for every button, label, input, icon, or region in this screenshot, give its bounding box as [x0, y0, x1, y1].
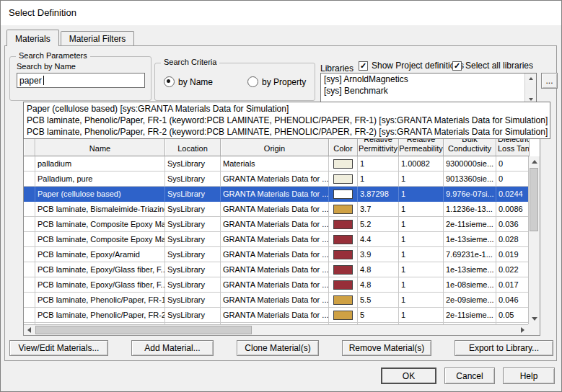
- materials-grid: NameLocationOriginColorRelativePermittiv…: [23, 124, 540, 336]
- browse-libraries-button[interactable]: ...: [541, 73, 558, 89]
- clone-materials-button[interactable]: Clone Material(s): [237, 340, 319, 356]
- select-definition-dialog: Select Definition Materials Material Fil…: [0, 0, 562, 392]
- search-by-name-label: Search by Name: [17, 62, 76, 71]
- cell-conductivity: 2e-11sieme...: [444, 308, 496, 323]
- scroll-down-icon[interactable]: [529, 313, 540, 324]
- cell-sel: [24, 187, 35, 202]
- search-by-name-input[interactable]: paper: [17, 73, 145, 88]
- table-row[interactable]: Palladium, pureSysLibraryGRANTA Material…: [24, 172, 528, 187]
- cell-permittivity: 5.5: [358, 293, 399, 308]
- table-row[interactable]: PCB laminate, Bismaleimide-TriazineSysLi…: [24, 202, 528, 217]
- color-cell: [329, 308, 358, 323]
- remove-materials-button[interactable]: Remove Material(s): [342, 340, 431, 356]
- cell-permeability: 1: [399, 277, 444, 293]
- select-all-libraries-checkbox[interactable]: Select all libraries: [452, 61, 533, 71]
- cell-sel: [24, 156, 35, 172]
- scroll-up-icon[interactable]: [529, 156, 540, 167]
- cell-permittivity: 4.4: [358, 232, 399, 247]
- ok-button[interactable]: OK: [381, 368, 436, 384]
- view-edit-materials-button[interactable]: View/Edit Materials...: [9, 340, 108, 356]
- radio-by-name[interactable]: by Name: [164, 76, 213, 87]
- table-row[interactable]: palladiumSysLibraryMaterials11.000829300…: [24, 156, 528, 172]
- radio-by-property-icon[interactable]: [247, 76, 258, 87]
- cell-loss: 0.0244: [496, 187, 528, 202]
- horizontal-scrollbar[interactable]: [24, 324, 528, 335]
- table-row[interactable]: Paper (cellulose based)SysLibraryGRANTA …: [24, 187, 528, 202]
- show-project-definitions-checkbox[interactable]: Show Project definitions: [359, 61, 464, 71]
- cell-name: PCB laminate, Composite Epoxy Ma...: [35, 217, 165, 232]
- cell-loss: 0.046: [496, 293, 528, 308]
- vertical-scrollbar-thumb[interactable]: [530, 168, 538, 231]
- libraries-list-scrollbar[interactable]: [524, 74, 536, 104]
- cell-location: SysLibrary: [165, 187, 221, 202]
- search-input-value: paper: [19, 76, 42, 86]
- vertical-scrollbar[interactable]: [528, 156, 540, 324]
- table-row[interactable]: PCB laminate, Epoxy/Glass fiber, F...Sys…: [24, 262, 528, 277]
- cell-permeability: 1: [399, 202, 444, 217]
- cell-conductivity: 1e-08sieme...: [444, 277, 496, 293]
- cell-loss: 0: [496, 156, 528, 172]
- cell-location: SysLibrary: [165, 293, 221, 308]
- color-swatch: [333, 159, 353, 169]
- cell-origin: GRANTA Materials Data for ...: [221, 262, 329, 277]
- cell-location: SysLibrary: [165, 156, 221, 172]
- library-item[interactable]: [sys] ArnoldMagnetics: [321, 74, 536, 85]
- suggestion-list[interactable]: Paper (cellulose based) [sys:GRANTA Mate…: [23, 102, 550, 139]
- search-criteria-label: Search Criteria: [161, 58, 219, 66]
- color-cell: [329, 232, 358, 247]
- select-all-libraries-checkbox-icon[interactable]: [452, 61, 462, 71]
- cell-origin: GRANTA Materials Data for ...: [221, 217, 329, 232]
- show-project-definitions-label: Show Project definitions: [372, 61, 464, 71]
- table-row[interactable]: PCB laminate, Epoxy/Glass fiber, F...Sys…: [24, 277, 528, 293]
- select-all-libraries-label: Select all libraries: [465, 61, 533, 71]
- cell-loss: 0.0086: [496, 202, 528, 217]
- cell-loss: 0.05: [496, 308, 528, 323]
- titlebar[interactable]: Select Definition: [1, 1, 561, 25]
- add-material-button[interactable]: Add Material...: [131, 340, 214, 356]
- cell-conductivity: 2e-11sieme...: [444, 217, 496, 232]
- cell-permeability: 1: [399, 262, 444, 277]
- tab-materials[interactable]: Materials: [6, 30, 59, 46]
- cancel-button[interactable]: Cancel: [444, 368, 495, 384]
- cell-location: SysLibrary: [165, 232, 221, 247]
- table-row[interactable]: PCB laminate, Composite Epoxy Ma...SysLi…: [24, 217, 528, 232]
- suggestion-item[interactable]: Paper (cellulose based) [sys:GRANTA Mate…: [24, 103, 550, 115]
- search-parameters-label: Search Parameters: [16, 51, 90, 60]
- scroll-up-icon[interactable]: [525, 74, 536, 83]
- search-criteria-group: Search Criteria by Name by Property: [154, 63, 315, 101]
- cell-name: PCB laminate, Epoxy/Glass fiber, F...: [35, 262, 165, 277]
- table-row[interactable]: PCB laminate, Phenolic/Paper, FR-1SysLib…: [24, 293, 528, 308]
- radio-by-property[interactable]: by Property: [247, 76, 306, 87]
- show-project-definitions-checkbox-icon[interactable]: [359, 61, 368, 71]
- cell-location: SysLibrary: [165, 262, 221, 277]
- color-swatch: [333, 174, 353, 184]
- export-to-library-button[interactable]: Export to Library...: [455, 340, 553, 356]
- suggestion-item[interactable]: PCB laminate, Phenolic/Paper, FR-2 (keyw…: [24, 126, 550, 138]
- scroll-right-icon[interactable]: [517, 325, 528, 335]
- libraries-list[interactable]: [sys] ArnoldMagnetics[sys] Benchmark: [320, 73, 537, 104]
- table-row[interactable]: PCB laminate, Phenolic/Paper, FR-2SysLib…: [24, 308, 528, 323]
- cell-permittivity: 1: [358, 156, 399, 172]
- cell-location: SysLibrary: [165, 217, 221, 232]
- table-row[interactable]: PCB laminate, Epoxy/AramidSysLibraryGRAN…: [24, 247, 528, 262]
- cell-loss: 0.017: [496, 277, 528, 293]
- cell-origin: GRANTA Materials Data for ...: [221, 172, 329, 187]
- tab-material-filters[interactable]: Material Filters: [61, 31, 135, 45]
- suggestion-item[interactable]: PCB laminate, Phenolic/Paper, FR-1 (keyw…: [24, 115, 550, 126]
- horizontal-scrollbar-thumb[interactable]: [35, 326, 252, 334]
- radio-by-name-icon[interactable]: [164, 76, 175, 87]
- cell-permittivity: 4.8: [358, 277, 399, 293]
- table-row[interactable]: PCB laminate, Composite Epoxy Ma...SysLi…: [24, 232, 528, 247]
- color-cell: [329, 202, 358, 217]
- cell-loss: 0.028: [496, 232, 528, 247]
- library-item[interactable]: [sys] Benchmark: [321, 85, 536, 97]
- cell-permittivity: 3.9: [358, 247, 399, 262]
- scroll-left-icon[interactable]: [24, 325, 35, 335]
- cell-permittivity: 5.2: [358, 217, 399, 232]
- cell-origin: GRANTA Materials Data for ...: [221, 293, 329, 308]
- cell-conductivity: 1e-13sieme...: [444, 232, 496, 247]
- cell-sel: [24, 232, 35, 247]
- cell-name: PCB laminate, Bismaleimide-Triazine: [35, 202, 165, 217]
- help-button[interactable]: Help: [503, 368, 555, 384]
- cell-permeability: 1.00082: [399, 156, 444, 172]
